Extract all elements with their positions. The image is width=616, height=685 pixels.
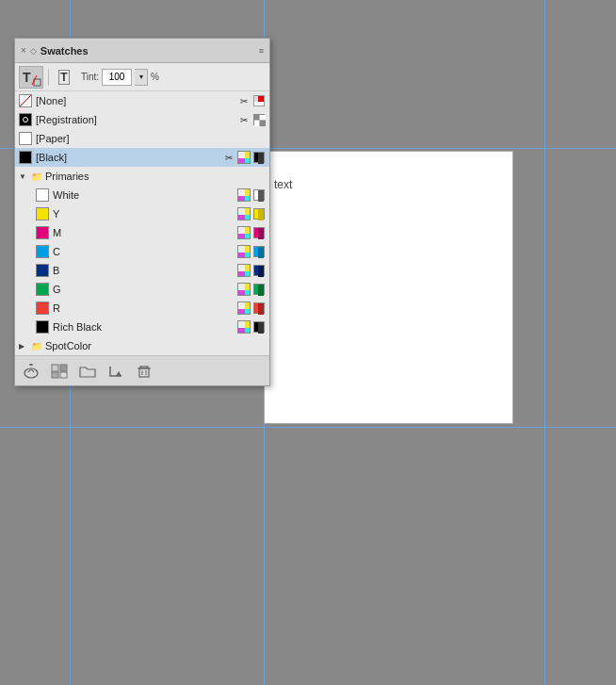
swatch-icons-none: ✂ — [237, 94, 266, 107]
process-icon-b — [252, 264, 266, 277]
scissors-icon: ✂ — [237, 94, 251, 107]
swatch-name-white: White — [53, 189, 234, 201]
swatch-name-m: M — [53, 227, 234, 238]
swatch-row-m[interactable]: M — [15, 223, 269, 242]
swatch-color-b — [36, 264, 49, 277]
swatch-color-paper — [19, 132, 32, 145]
swatch-name-black: [Black] — [36, 152, 219, 163]
swatch-row-rich-black[interactable]: Rich Black — [15, 318, 269, 336]
swatch-icons-black: ✂ — [222, 151, 266, 164]
folder-name-primaries: Primaries — [45, 171, 89, 182]
process-icon-g — [252, 283, 266, 296]
page-canvas: text — [264, 151, 513, 424]
swatch-row-b[interactable]: B — [15, 261, 269, 280]
folder-arrow-primaries: ▼ — [19, 172, 28, 181]
svg-rect-7 — [60, 365, 67, 371]
swatch-list: [None] ✂ [Registration] ✂ — [15, 91, 269, 355]
mixed-icon-b — [237, 264, 251, 277]
folder-name-spotcolor: SpotColor — [45, 340, 91, 351]
mixed-icon-g — [237, 283, 251, 296]
svg-rect-6 — [52, 365, 58, 371]
swatch-icons-g — [237, 283, 266, 296]
process-icon-rich-black — [252, 320, 266, 334]
mixed-icon-c — [237, 245, 251, 258]
swatch-color-registration — [19, 113, 32, 126]
swatch-row-paper[interactable]: [Paper] — [15, 129, 269, 148]
swatch-row-y[interactable]: Y — [15, 204, 269, 223]
panel-titlebar: × ◇ Swatches ≡ — [15, 39, 269, 63]
process-icon-white — [252, 188, 266, 202]
swatch-icons-c — [237, 245, 266, 258]
new-swatch-folder-btn[interactable] — [77, 361, 98, 382]
mixed-icon-r — [237, 302, 251, 315]
t-fill-icon: T — [58, 70, 69, 85]
swatch-row-none[interactable]: [None] ✂ — [15, 91, 269, 110]
svg-rect-9 — [60, 372, 67, 378]
swatch-row-registration[interactable]: [Registration] ✂ — [15, 110, 269, 129]
swatch-name-rich-black: Rich Black — [53, 321, 234, 333]
swatch-icons-white — [237, 188, 266, 202]
panel-menu-icon[interactable]: ≡ — [259, 46, 264, 56]
swatch-color-y — [36, 207, 49, 220]
process-icon-black — [252, 151, 266, 164]
swatch-name-y: Y — [53, 208, 234, 220]
guide-line-h2 — [0, 427, 616, 428]
swatch-icons-b — [237, 264, 266, 277]
swatch-color-c — [36, 245, 49, 258]
swatch-color-r — [36, 302, 49, 315]
swatch-color-none — [19, 94, 32, 107]
swatch-name-g: G — [53, 284, 234, 295]
scissors-icon-reg: ✂ — [237, 113, 251, 126]
folder-arrow-spotcolor: ▶ — [19, 342, 28, 351]
swatch-name-paper: [Paper] — [36, 133, 266, 144]
swatch-row-black[interactable]: [Black] ✂ — [15, 148, 269, 167]
process-icon-m — [252, 226, 266, 239]
swatch-name-c: C — [53, 246, 234, 257]
swatch-row-g[interactable]: G — [15, 280, 269, 299]
swatch-icons-rich-black — [237, 320, 266, 334]
swatches-panel: × ◇ Swatches ≡ T T Tint: ▾ % — [14, 38, 270, 386]
svg-rect-1 — [34, 79, 41, 86]
percent-label: % — [151, 72, 159, 82]
text-stroke-tool-btn[interactable]: T — [19, 66, 43, 89]
mixed-icon-m — [237, 226, 251, 239]
swatch-color-g — [36, 283, 49, 296]
toolbar-separator — [48, 69, 49, 86]
mixed-icon-white — [237, 188, 251, 202]
delete-swatch-btn[interactable] — [134, 361, 154, 382]
process-icon-none — [252, 94, 266, 107]
swatch-color-white — [36, 188, 49, 202]
panel-title: Swatches — [41, 45, 89, 57]
swatch-name-r: R — [53, 302, 234, 314]
tint-label: Tint: — [81, 72, 99, 82]
process-icon-c — [252, 245, 266, 258]
folder-spotcolor[interactable]: ▶ 📁 SpotColor — [15, 336, 269, 355]
process-icon-r — [252, 302, 266, 315]
mixed-icon-rich-black — [237, 320, 251, 334]
text-fill-tool-btn[interactable]: T — [54, 66, 74, 89]
svg-rect-10 — [139, 368, 149, 377]
cloud-add-btn[interactable] — [21, 361, 41, 382]
swatch-icons-m — [237, 226, 266, 239]
panel-toolbar: T T Tint: ▾ % — [15, 63, 269, 91]
swatch-color-rich-black — [36, 320, 49, 334]
tint-input[interactable] — [102, 69, 132, 86]
folder-icon-primaries: 📁 — [31, 171, 42, 182]
swatch-row-c[interactable]: C — [15, 242, 269, 261]
swatch-color-black — [19, 151, 32, 164]
folder-primaries[interactable]: ▼ 📁 Primaries — [15, 167, 269, 186]
svg-text:T: T — [23, 70, 31, 85]
swatch-icons-y — [237, 207, 266, 220]
swatch-row-r[interactable]: R — [15, 299, 269, 318]
swatch-row-white[interactable]: White — [15, 186, 269, 204]
guide-line-v3 — [544, 0, 545, 685]
grid-icon-reg — [252, 113, 266, 126]
new-color-group-btn[interactable] — [49, 361, 70, 382]
swatch-icons-r — [237, 302, 266, 315]
tint-arrow-btn[interactable]: ▾ — [135, 69, 148, 86]
swatch-options-btn[interactable] — [105, 361, 126, 382]
panel-close-icon[interactable]: × — [21, 45, 26, 56]
swatch-name-none: [None] — [36, 95, 234, 106]
page-text: text — [274, 178, 292, 191]
panel-bottom-toolbar — [15, 355, 269, 385]
